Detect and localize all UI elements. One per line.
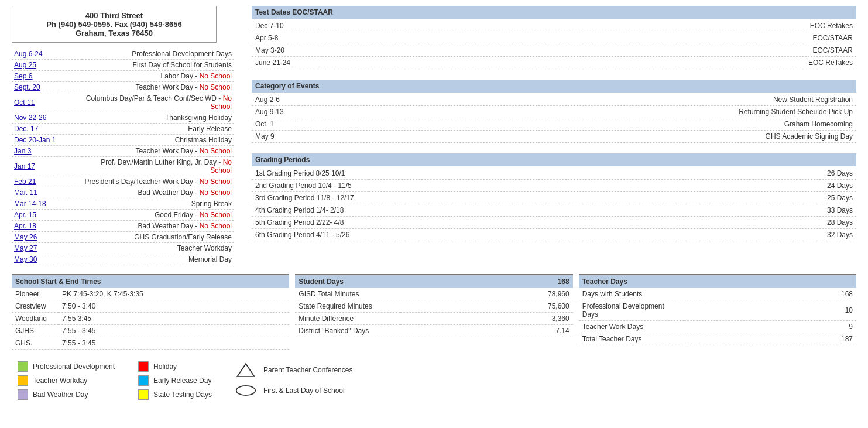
date-row: May 27Teacher Workday: [12, 243, 234, 254]
student-day-label: Minute Difference: [295, 313, 400, 325]
test-date-cell: May 3-20: [252, 44, 322, 57]
grading-periods-header: Grading Periods: [252, 153, 856, 166]
grading-row: 6th Grading Period 4/11 - 5/2632 Days: [252, 229, 856, 241]
date-cell: Sep 6: [12, 71, 82, 82]
date-row: Sep 6Labor Day - No School: [12, 71, 234, 82]
school-name-cell: GHS.: [12, 337, 59, 350]
teacher-day-value: 168: [684, 288, 856, 300]
test-event-cell: EOC ReTakes: [322, 57, 856, 69]
event-cell: Teacher Work Day - No School: [82, 82, 234, 93]
date-cell: Dec. 17: [12, 124, 82, 135]
teacher-day-row: Days with Students168: [579, 288, 856, 300]
grading-days-cell: 24 Days: [369, 180, 856, 192]
student-days-header-value: 168: [558, 278, 569, 286]
legend-swatch: [18, 375, 28, 386]
date-row: Aug 6-24Professional Development Days: [12, 49, 234, 60]
test-event-cell: EOC/STAAR: [322, 32, 856, 44]
grading-days-cell: 32 Days: [369, 229, 856, 241]
school-time-row: GJHS7:55 - 3:45: [12, 325, 289, 337]
test-date-row: May 3-20EOC/STAAR: [252, 44, 856, 57]
dates-table: Aug 6-24Professional Development DaysAug…: [12, 49, 234, 265]
date-row: May 26GHS Graduation/Early Release: [12, 232, 234, 243]
date-cell: Apr. 15: [12, 210, 82, 221]
legend-label: Holiday: [153, 362, 177, 371]
school-time-row: GHS.7:55 - 3:45: [12, 337, 289, 350]
date-row: Mar 14-18Spring Break: [12, 198, 234, 210]
school-times-cell: 7:55 3:45: [59, 313, 289, 325]
test-date-cell: Dec 7-10: [252, 20, 322, 32]
teacher-day-label: Total Teacher Days: [579, 333, 684, 345]
legend-swatch: [138, 375, 149, 386]
grading-row: 1st Grading Period 8/25 10/126 Days: [252, 167, 856, 180]
date-cell: Nov 22-26: [12, 112, 82, 124]
date-row: Sept. 20Teacher Work Day - No School: [12, 82, 234, 93]
event-cell: Christmas Holiday: [82, 135, 234, 146]
student-day-value: 75,600: [400, 300, 572, 313]
cat-event-cell: Returning Student Scheulde Pick Up: [299, 106, 856, 118]
date-cell: Aug 25: [12, 60, 82, 71]
legend-swatch: [138, 389, 149, 400]
grading-row: 2nd Grading Period 10/4 - 11/524 Days: [252, 180, 856, 192]
cat-date-cell: Aug 2-6: [252, 94, 299, 106]
grading-days-cell: 28 Days: [369, 217, 856, 229]
legend-col-2: HolidayEarly Release DayState Testing Da…: [138, 361, 212, 400]
date-cell: Aug 6-24: [12, 49, 82, 60]
school-time-row: PioneerPK 7:45-3:20, K 7:45-3:35: [12, 288, 289, 300]
grading-days-cell: 33 Days: [369, 204, 856, 217]
date-row: Feb 21President's Day/Teacher Work Day -…: [12, 176, 234, 187]
date-cell: Jan 3: [12, 146, 82, 157]
teacher-day-row: Total Teacher Days187: [579, 333, 856, 345]
category-row: Aug 9-13Returning Student Scheulde Pick …: [252, 106, 856, 118]
legend-item: Holiday: [138, 361, 212, 372]
school-times-header: School Start & End Times: [12, 275, 289, 288]
address-line2: Ph (940) 549-0595. Fax (940) 549-8656: [19, 20, 209, 29]
student-day-label: District "Banked" Days: [295, 325, 400, 337]
school-time-row: Woodland7:55 3:45: [12, 313, 289, 325]
event-cell: President's Day/Teacher Work Day - No Sc…: [82, 176, 234, 187]
legend-item: Early Release Day: [138, 375, 212, 386]
school-times-cell: 7:55 - 3:45: [59, 337, 289, 350]
event-cell: Labor Day - No School: [82, 71, 234, 82]
school-times-cell: PK 7:45-3:20, K 7:45-3:35: [59, 288, 289, 300]
test-date-row: Apr 5-8EOC/STAAR: [252, 32, 856, 44]
date-row: Oct 11Columbus Day/Par & Teach Conf/Sec …: [12, 93, 234, 112]
category-row: Oct. 1Graham Homecoming: [252, 118, 856, 131]
event-cell: Teacher Work Day - No School: [82, 146, 234, 157]
category-events-header: Category of Events: [252, 80, 856, 93]
student-day-row: GISD Total Minutes78,960: [295, 288, 572, 300]
date-row: Apr. 15Good Friday - No School: [12, 210, 234, 221]
legend-label: Professional Development: [33, 362, 115, 371]
event-cell: Bad Weather Day - No School: [82, 221, 234, 232]
test-dates-header: Test Dates EOC/STAAR: [252, 6, 856, 19]
teacher-day-row: Teacher Work Days9: [579, 321, 856, 333]
date-cell: May 26: [12, 232, 82, 243]
date-cell: Apr. 18: [12, 221, 82, 232]
date-row: Jan 3Teacher Work Day - No School: [12, 146, 234, 157]
legend-col-1: Professional DevelopmentTeacher WorkdayB…: [18, 361, 115, 400]
school-times-cell: 7:50 - 3:40: [59, 300, 289, 313]
teacher-days-table: Days with Students168Professional Develo…: [579, 288, 856, 345]
grading-periods-table: 1st Grading Period 8/25 10/126 Days2nd G…: [252, 167, 856, 241]
school-header: 400 Third Street Ph (940) 549-0595. Fax …: [12, 6, 217, 43]
grading-days-cell: 25 Days: [369, 192, 856, 204]
school-time-row: Crestview7:50 - 3:40: [12, 300, 289, 313]
oval-icon: [235, 385, 256, 396]
test-event-cell: EOC/STAAR: [322, 44, 856, 57]
category-events-table: Aug 2-6New Student RegistrationAug 9-13R…: [252, 94, 856, 143]
date-row: May 30Memorial Day: [12, 254, 234, 265]
svg-marker-0: [238, 364, 255, 376]
student-days-header: Student Days: [299, 278, 344, 286]
student-days-table: GISD Total Minutes78,960State Required M…: [295, 288, 572, 337]
legend-symbol-label: First & Last Day of School: [263, 386, 345, 395]
teacher-days-header: Teacher Days: [579, 275, 856, 288]
event-cell: Early Release: [82, 124, 234, 135]
teacher-day-value: 187: [684, 333, 856, 345]
teacher-day-value: 10: [684, 300, 856, 321]
bottom-section: School Start & End Times PioneerPK 7:45-…: [12, 274, 856, 350]
legend-label: Early Release Day: [153, 376, 211, 385]
teacher-day-label: Professional Development Days: [579, 300, 684, 321]
legend-swatch: [18, 361, 28, 372]
student-day-value: 7.14: [400, 325, 572, 337]
student-day-value: 3,360: [400, 313, 572, 325]
cat-date-cell: May 9: [252, 131, 299, 143]
